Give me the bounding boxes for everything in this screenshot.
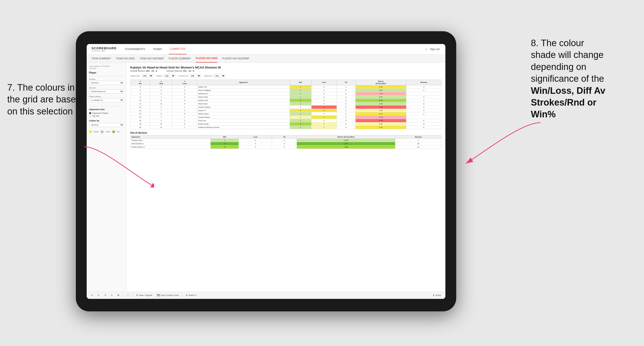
watch-button[interactable]: 👁 Watch ▾ bbox=[184, 294, 198, 297]
table-row: 11 11 5 Heejo Hyun 1 0 0 3.33 3 bbox=[130, 102, 442, 105]
cell-opponent: Heejo Hyun bbox=[197, 102, 290, 105]
undo-button[interactable]: ↺ bbox=[90, 294, 94, 297]
filter-region-label: Region bbox=[156, 75, 162, 77]
sec-nav-team-summary[interactable]: TEAM SUMMARY bbox=[92, 54, 111, 62]
filter-region-select[interactable]: (All) bbox=[163, 74, 175, 78]
ood-th-loss: Loss bbox=[239, 135, 272, 139]
cell-opponent: Eunice Yi bbox=[197, 109, 290, 112]
filter-opponent-select[interactable]: (All) bbox=[213, 74, 225, 78]
cell-opponent: Sydney Kuo bbox=[197, 92, 290, 95]
cell-loss: 1 bbox=[311, 105, 336, 109]
sec-nav-team-h2h-grid[interactable]: TEAM H2H GRID bbox=[116, 54, 135, 62]
radio-top100[interactable]: Top 100 bbox=[89, 115, 124, 117]
filter-conference: Conference (All) bbox=[178, 74, 201, 78]
logo-sub: Powered by clippd bbox=[92, 50, 116, 52]
ood-cell-tie: 0 bbox=[272, 142, 296, 145]
cell-rounds: 2 bbox=[406, 105, 441, 109]
copy-button[interactable]: ⎘ bbox=[110, 294, 114, 297]
filter-conference-select[interactable]: (All) bbox=[189, 74, 201, 78]
cell-tie: 0 bbox=[336, 92, 355, 95]
th-win: Win bbox=[290, 80, 311, 85]
cell-win: 2 bbox=[290, 99, 311, 102]
ood-cell-loss: 0 bbox=[239, 142, 272, 145]
cell-diff: -3.00 bbox=[355, 105, 406, 109]
sign-out-button[interactable]: Sign out bbox=[429, 44, 440, 55]
history-button[interactable]: ⟳ bbox=[103, 294, 108, 297]
cell-opponent: Federica Domecq Lacroze bbox=[197, 126, 290, 129]
sidebar-player-rank-select[interactable]: 8. Katelyn Vo bbox=[89, 98, 124, 102]
out-of-division-header: Out of division bbox=[130, 132, 442, 134]
cell-div: 9 bbox=[130, 95, 150, 99]
ood-cell-rounds: 30 bbox=[395, 142, 442, 145]
nav-separator: | bbox=[426, 48, 426, 50]
cell-conf: 5 bbox=[172, 102, 197, 105]
nav-tournaments[interactable]: TOURNAMENTS bbox=[124, 44, 146, 55]
radio-top100-label: Top 100 bbox=[92, 115, 99, 117]
radio-opponents-played[interactable]: Opponents Played bbox=[89, 112, 124, 114]
cell-conf: 3 bbox=[172, 99, 197, 102]
cell-rounds: 4 bbox=[406, 112, 441, 115]
ood-th-tie: Tie bbox=[272, 135, 296, 139]
cell-reg: 1 bbox=[150, 95, 172, 99]
cell-div: 13 bbox=[130, 105, 150, 109]
cell-reg: 11 bbox=[150, 102, 172, 105]
cell-reg: 1 bbox=[150, 105, 172, 109]
cell-diff: 0.30 bbox=[355, 122, 406, 126]
cell-reg: 8 bbox=[150, 112, 172, 115]
sidebar-gender-select[interactable]: Women's bbox=[89, 81, 124, 85]
nav-right: | Sign out bbox=[426, 44, 440, 55]
nav-teams[interactable]: TEAMS bbox=[152, 44, 163, 55]
cell-opponent: Stella Cheng bbox=[197, 112, 290, 115]
cell-reg: 2 bbox=[150, 119, 172, 122]
filter-opponent: Opponent (All) bbox=[204, 74, 225, 78]
cell-loss: 0 bbox=[311, 88, 336, 92]
cell-opponent: Andrea York bbox=[197, 99, 290, 102]
filter-opponents-select[interactable]: (All) bbox=[141, 74, 153, 78]
share-button[interactable]: ⬆ Share bbox=[431, 294, 442, 297]
save-custom-view-button[interactable]: 💾 Save Custom View bbox=[156, 294, 180, 297]
table-row: 9 1 4 Sharon Mun 1 0 0 3.67 3 bbox=[130, 95, 442, 99]
redo-button[interactable]: ↻ bbox=[96, 294, 101, 297]
sidebar-division-select[interactable]: NCAA Division III bbox=[89, 89, 124, 94]
save-custom-view-label: Save Custom View bbox=[160, 294, 179, 297]
overall-record-value: 353 - 34 - 6 bbox=[146, 70, 157, 72]
sidebar-timestamp: Last Updated: 27/03/2024 16:55:38 bbox=[89, 65, 124, 69]
cell-loss: 0 bbox=[311, 85, 336, 88]
sec-nav-player-h2h-heatmap[interactable]: PLAYER H2H HEATMAP bbox=[222, 54, 249, 62]
cell-opponent: Jessica Huang bbox=[197, 105, 290, 109]
cell-tie: 0 bbox=[336, 119, 355, 122]
colour-by-select[interactable]: Win/loss bbox=[89, 123, 124, 127]
cell-diff: -0.94 bbox=[355, 115, 406, 119]
share-label: Share bbox=[435, 294, 441, 297]
cell-win: 2 bbox=[290, 109, 311, 112]
sidebar-division-label: Division bbox=[89, 87, 124, 89]
cell-rounds: 4 bbox=[406, 85, 441, 88]
cell-rounds: 11 bbox=[406, 122, 441, 126]
ood-th-rounds: Rounds bbox=[395, 135, 442, 139]
cell-loss: 0 bbox=[311, 99, 336, 102]
radio-opponents-label: Opponents Played bbox=[92, 112, 108, 114]
sec-nav-team-h2h-heatmap[interactable]: TEAM H2H HEATMAP bbox=[140, 54, 164, 62]
cell-tie: 0 bbox=[336, 105, 355, 109]
filter-opponent-label: Opponent bbox=[204, 75, 212, 77]
clock-button[interactable]: 🕐 bbox=[125, 294, 130, 297]
table-row: 14 7 4 Eunice Yi 2 2 0 0.38 9 bbox=[130, 109, 442, 112]
cell-reg: 2 bbox=[150, 88, 172, 92]
sec-nav-player-summary[interactable]: PLAYER SUMMARY bbox=[169, 54, 191, 62]
view-original-button[interactable]: 👁 View: Original bbox=[134, 294, 154, 297]
sidebar-gender-label: Gender bbox=[89, 78, 124, 80]
paste-button[interactable]: ⌘ bbox=[116, 294, 121, 297]
toolbar-sep3 bbox=[182, 293, 182, 297]
table-row: NAIA Division 1 15 0 0 9.267 30 bbox=[130, 142, 442, 145]
ood-cell-diff: 9.267 bbox=[296, 142, 395, 145]
cell-rounds: 4 bbox=[406, 99, 441, 102]
cell-loss: 0 bbox=[311, 119, 336, 122]
cell-win: 1 bbox=[290, 95, 311, 99]
cell-diff: -5.00 bbox=[355, 119, 406, 122]
table-row: 16 7 1 Jessica Mason 1 2 0 -0.94 bbox=[130, 115, 442, 119]
sec-nav-player-h2h-grid[interactable]: PLAYER H2H GRID bbox=[196, 54, 218, 62]
left-arrow-svg bbox=[82, 144, 154, 187]
legend-up-label: Up bbox=[117, 131, 120, 133]
nav-committee[interactable]: COMMITTEE bbox=[169, 44, 186, 55]
cell-opponent: Jessica Mason bbox=[197, 115, 290, 119]
